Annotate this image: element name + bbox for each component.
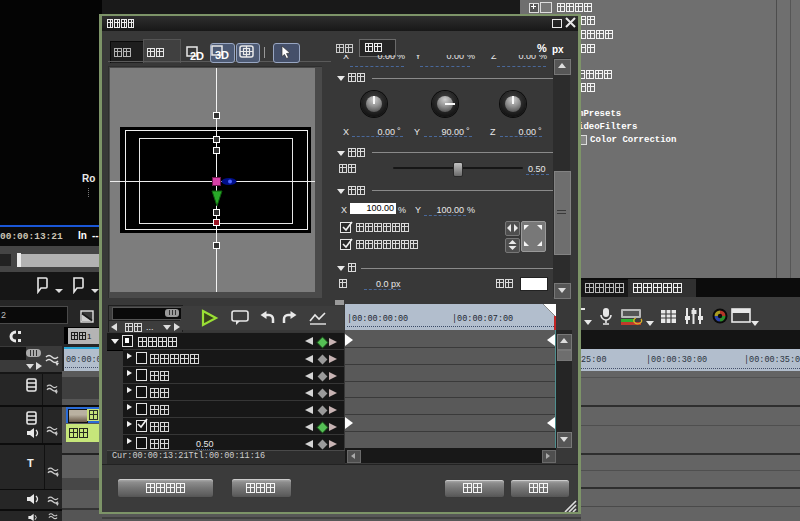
svg-text:3D: 3D — [215, 49, 229, 61]
svg-text:2D: 2D — [190, 50, 204, 62]
